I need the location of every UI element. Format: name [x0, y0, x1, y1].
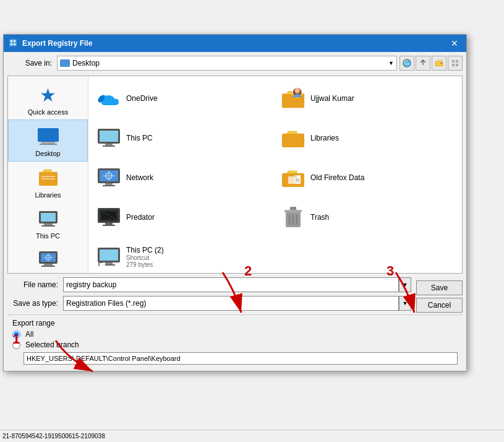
predator-info: Predator: [126, 213, 155, 222]
svg-rect-30: [44, 264, 53, 266]
save-as-label: Save as type:: [7, 299, 63, 308]
svg-rect-31: [41, 266, 55, 267]
file-item-this-pc[interactable]: This PC: [91, 118, 275, 158]
svg-rect-69: [100, 249, 118, 261]
svg-rect-25: [41, 213, 56, 222]
filename-input[interactable]: [63, 277, 399, 292]
toolbar-up-btn[interactable]: [416, 56, 430, 71]
filename-dropdown-arrow: ▼: [403, 282, 408, 288]
ujjwal-icon: [281, 86, 305, 111]
status-bar: 21-870594542-1919500615-2109038: [0, 430, 504, 442]
dialog-close-button[interactable]: ✕: [448, 37, 461, 50]
save-as-input-wrap: ▼: [63, 296, 411, 311]
file-item-trash[interactable]: Trash: [275, 197, 459, 237]
sidebar-item-desktop[interactable]: Desktop: [8, 119, 88, 162]
save-as-dropdown-btn[interactable]: ▼: [399, 296, 411, 311]
old-firefox-icon: [281, 165, 305, 190]
action-buttons: Save Cancel: [416, 279, 463, 313]
toolbar-back-btn[interactable]: 🌐: [399, 56, 414, 71]
libraries-file-info: Libraries: [310, 134, 339, 142]
file-item-network[interactable]: Network: [91, 158, 275, 197]
toolbar-view-btn[interactable]: [448, 56, 463, 71]
thispc2-name: This PC (2): [126, 246, 164, 254]
svg-rect-14: [452, 60, 455, 63]
svg-text:🌐: 🌐: [404, 60, 411, 67]
toolbar-icons: 🌐 +: [399, 56, 463, 71]
sidebar-item-label-desktop: Desktop: [35, 150, 60, 157]
save-in-dropdown[interactable]: Desktop ▼: [57, 56, 397, 71]
sidebar-item-label-this-pc: This PC: [36, 232, 60, 240]
sidebar: ★ Quick access Desktop: [8, 76, 88, 273]
save-button[interactable]: Save: [416, 280, 463, 295]
svg-rect-45: [105, 183, 113, 185]
trash-name: Trash: [310, 213, 329, 222]
svg-rect-39: [100, 131, 118, 142]
toolbar-new-folder-btn[interactable]: +: [432, 56, 446, 71]
svg-rect-59: [103, 225, 115, 226]
filename-label: File name:: [7, 280, 63, 289]
export-range-title: Export range: [12, 319, 458, 327]
thispc2-svg: [96, 246, 121, 267]
file-item-thispc2[interactable]: This PC (2) Shortcut 279 bytes: [91, 237, 275, 273]
libraries-file-name: Libraries: [310, 134, 339, 142]
onedrive-info: OneDrive: [126, 94, 158, 103]
trash-info: Trash: [310, 213, 329, 222]
cancel-button[interactable]: Cancel: [416, 298, 463, 313]
dialog-content: Save in: Desktop ▼ 🌐 +: [4, 52, 466, 371]
desktop-svg: [36, 127, 60, 145]
network-file-name: Network: [126, 173, 153, 182]
file-browser: OneDrive: [88, 76, 462, 273]
libraries-folder-svg: [281, 128, 305, 149]
svg-rect-9: [14, 43, 15, 45]
file-item-predator[interactable]: Predator: [91, 197, 275, 237]
save-in-row: Save in: Desktop ▼ 🌐 +: [7, 56, 463, 71]
svg-rect-15: [456, 60, 458, 63]
file-item-old-firefox[interactable]: Old Firefox Data: [275, 158, 459, 197]
this-pc-svg: [36, 209, 60, 228]
save-in-value: Desktop: [72, 59, 388, 67]
thispc2-info: This PC (2) Shortcut 279 bytes: [126, 246, 164, 268]
svg-rect-42: [282, 134, 304, 147]
star-icon: ★: [40, 84, 56, 106]
svg-rect-6: [11, 40, 12, 42]
onedrive-icon: [96, 86, 121, 111]
sidebar-item-quick-access[interactable]: ★ Quick access: [8, 79, 88, 119]
file-item-ujjwal[interactable]: Ujjwal Kumar: [275, 79, 459, 118]
sidebar-item-network[interactable]: Network: [8, 243, 88, 273]
svg-rect-22: [41, 176, 55, 177]
this-pc-icon: [36, 206, 61, 231]
file-item-onedrive[interactable]: OneDrive: [91, 79, 275, 118]
dropdown-arrow-icon: ▼: [388, 60, 394, 66]
this-pc-file-name: This PC: [126, 134, 153, 142]
ujjwal-name: Ujjwal Kumar: [310, 94, 354, 103]
libraries-file-icon: [281, 126, 305, 150]
svg-rect-64: [290, 207, 296, 210]
svg-rect-51: [288, 176, 294, 184]
filename-dropdown-btn[interactable]: ▼: [399, 277, 411, 292]
ujjwal-info: Ujjwal Kumar: [310, 94, 354, 103]
libraries-svg: [36, 167, 60, 188]
radio-all-row: All: [12, 330, 458, 339]
file-item-libraries[interactable]: Libraries: [275, 118, 459, 158]
branch-input[interactable]: [23, 352, 458, 365]
radio-selected-branch[interactable]: [12, 341, 20, 349]
svg-point-37: [295, 89, 300, 93]
sidebar-item-libraries[interactable]: Libraries: [8, 162, 88, 202]
save-as-input[interactable]: [63, 296, 399, 311]
predator-icon: [96, 205, 121, 230]
export-dialog: Export Registry File ✕ Save in: Desktop …: [3, 34, 467, 371]
radio-all[interactable]: [12, 331, 20, 339]
this-pc-file-info: This PC: [126, 134, 153, 142]
svg-rect-40: [105, 144, 113, 145]
sidebar-item-this-pc[interactable]: This PC: [8, 202, 88, 243]
predator-svg: [96, 207, 121, 228]
old-firefox-folder-svg: [281, 167, 305, 188]
filename-row-container: File name: ▼ Save as type:: [7, 277, 463, 314]
filename-input-wrap: ▼: [63, 277, 411, 292]
old-firefox-name: Old Firefox Data: [310, 173, 364, 182]
monitor-svg: [96, 128, 121, 149]
cloud-svg: [96, 89, 121, 108]
svg-rect-58: [105, 223, 113, 225]
person-folder-svg: [281, 86, 305, 111]
svg-rect-8: [11, 43, 12, 45]
